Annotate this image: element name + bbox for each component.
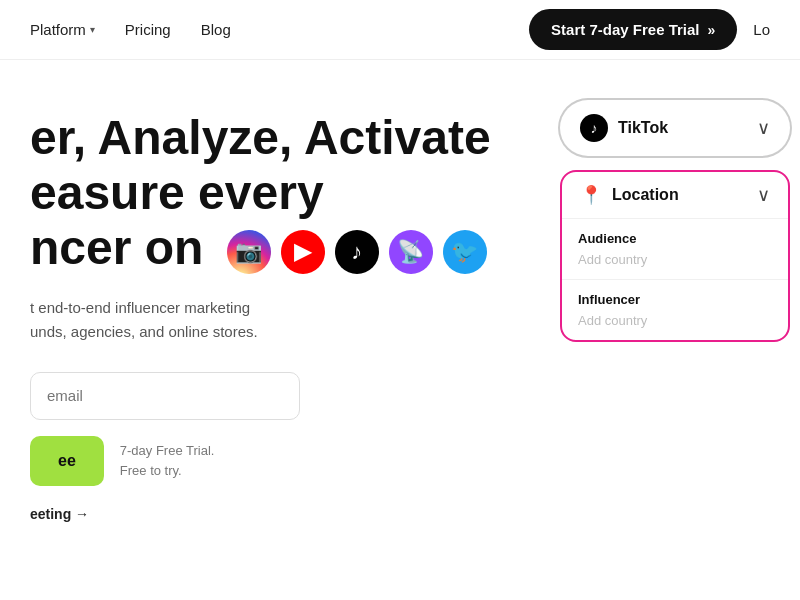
influencer-add-country[interactable]: Add country (578, 313, 772, 328)
trial-note-line2: Free to try. (120, 461, 215, 481)
pin-icon: 📍 (580, 184, 602, 206)
tiktok-dropdown-inner: ♪ TikTok ∨ (580, 114, 770, 142)
hero-section: er, Analyze, Activate easure every ncer … (0, 60, 800, 522)
location-label-text: Location (612, 186, 679, 204)
twitch-icon: 📡 (389, 230, 433, 274)
trial-note-line1: 7-day Free Trial. (120, 441, 215, 461)
youtube-icon: ▶ (281, 230, 325, 274)
twitter-icon: 🐦 (443, 230, 487, 274)
social-icons: 📷 ▶ ♪ 📡 🐦 (227, 230, 487, 274)
hero-heading-line3: ncer on 📷 ▶ ♪ 📡 🐦 (30, 220, 530, 275)
location-dropdown: 📍 Location ∨ Audience Add country Influe… (560, 170, 790, 342)
free-trial-label: ee (58, 452, 76, 469)
nav-blog-label: Blog (201, 21, 231, 38)
trial-arrow-icon: » (708, 22, 716, 38)
influencer-title: Influencer (578, 292, 772, 307)
hero-left: er, Analyze, Activate easure every ncer … (30, 110, 530, 522)
nav-platform-label: Platform (30, 21, 86, 38)
hero-heading-line1: er, Analyze, Activate (30, 110, 530, 165)
meeting-link[interactable]: eeting → (30, 506, 530, 522)
hero-heading: er, Analyze, Activate easure every ncer … (30, 110, 530, 276)
platform-chevron-icon: ▾ (90, 24, 95, 35)
free-trial-button[interactable]: ee (30, 436, 104, 486)
hero-subtext-line1: t end-to-end influencer marketing (30, 296, 310, 320)
nav-login[interactable]: Lo (753, 21, 770, 38)
email-input[interactable] (47, 387, 283, 404)
influencer-section: Influencer Add country (562, 280, 788, 340)
cta-row: ee 7-day Free Trial. Free to try. (30, 436, 530, 486)
meeting-link-label: eeting → (30, 506, 89, 522)
audience-add-country[interactable]: Add country (578, 252, 772, 267)
location-chevron-icon: ∨ (757, 184, 770, 206)
cta-note: 7-day Free Trial. Free to try. (120, 441, 215, 480)
location-label: 📍 Location (580, 184, 679, 206)
hero-heading-line2: easure every (30, 165, 530, 220)
email-input-wrapper[interactable] (30, 372, 300, 420)
tiktok-social-icon: ♪ (335, 230, 379, 274)
location-dropdown-header[interactable]: 📍 Location ∨ (562, 172, 788, 219)
tiktok-chevron-icon: ∨ (757, 117, 770, 139)
hero-right-panel: ♪ TikTok ∨ 📍 Location ∨ Audience Add cou… (560, 100, 790, 342)
nav-left: Platform ▾ Pricing Blog (30, 21, 231, 38)
nav-pricing-label: Pricing (125, 21, 171, 38)
tiktok-label-text: TikTok (618, 119, 668, 137)
instagram-icon: 📷 (227, 230, 271, 274)
tiktok-dropdown[interactable]: ♪ TikTok ∨ (560, 100, 790, 156)
nav-pricing[interactable]: Pricing (125, 21, 171, 38)
nav-blog[interactable]: Blog (201, 21, 231, 38)
tiktok-badge-icon: ♪ (580, 114, 608, 142)
hero-subtext-line2: unds, agencies, and online stores. (30, 320, 310, 344)
hero-heading-line3-prefix: ncer on (30, 221, 203, 274)
trial-button[interactable]: Start 7-day Free Trial » (529, 9, 737, 50)
navbar: Platform ▾ Pricing Blog Start 7-day Free… (0, 0, 800, 60)
location-open-panel: Audience Add country Influencer Add coun… (562, 219, 788, 340)
nav-platform[interactable]: Platform ▾ (30, 21, 95, 38)
tiktok-dropdown-label: ♪ TikTok (580, 114, 668, 142)
audience-section: Audience Add country (562, 219, 788, 280)
nav-right: Start 7-day Free Trial » Lo (529, 9, 770, 50)
audience-title: Audience (578, 231, 772, 246)
hero-subtext: t end-to-end influencer marketing unds, … (30, 296, 310, 344)
trial-button-label: Start 7-day Free Trial (551, 21, 699, 38)
